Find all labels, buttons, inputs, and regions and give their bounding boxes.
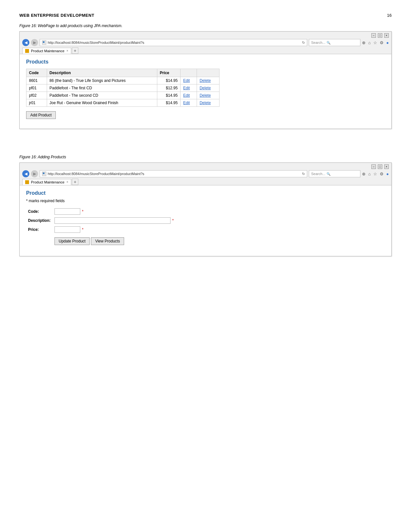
- tab-close-2[interactable]: ×: [66, 180, 68, 184]
- add-product-button[interactable]: Add Product: [26, 111, 56, 119]
- restore-button-1[interactable]: □: [378, 33, 382, 38]
- minimize-button-1[interactable]: –: [371, 33, 376, 38]
- form-btn-cell: Update Product View Products: [53, 234, 176, 246]
- user-icon-2[interactable]: ●: [386, 172, 389, 176]
- restore-button-2[interactable]: □: [378, 164, 382, 169]
- address-text-1: http://localhost:8084/musicStoreProductM…: [48, 41, 301, 44]
- search-icon-1[interactable]: 🔍: [327, 41, 330, 44]
- col-header-code: Code: [26, 69, 47, 77]
- page-number: 16: [387, 13, 392, 18]
- col-header-edit: [181, 69, 197, 77]
- page-icon-2: [42, 172, 46, 176]
- search-nav-icon-2[interactable]: ⊕: [362, 172, 366, 176]
- browser-tab-1[interactable]: Product Maintenance ×: [22, 48, 71, 54]
- product-description: Paddlefoot - The second CD: [47, 92, 157, 99]
- page-header: WEB ENTERPRISE DEVELOPMENT 16: [19, 13, 392, 18]
- product-delete-link[interactable]: Delete: [197, 92, 220, 99]
- product-code: jr01: [26, 99, 47, 107]
- tab-icon-2: [25, 180, 29, 184]
- search-nav-icon-1[interactable]: ⊕: [362, 40, 366, 45]
- figure1-caption: Figure 16: WebPage to add products using…: [19, 24, 392, 28]
- home-icon-2[interactable]: ⌂: [368, 172, 371, 176]
- update-product-button[interactable]: Update Product: [54, 237, 90, 245]
- browser-chrome-1: – □ × ◀ ▶ http://localhost:8084/musicSto…: [20, 32, 391, 54]
- table-row: pf01Paddlefoot - The first CD$12.95EditD…: [26, 84, 220, 92]
- refresh-button-2[interactable]: ↻: [302, 172, 305, 176]
- price-required-star: *: [82, 227, 83, 232]
- browser-tab-2[interactable]: Product Maintenance ×: [22, 179, 71, 185]
- browser-window-1: – □ × ◀ ▶ http://localhost:8084/musicSto…: [19, 31, 392, 129]
- col-header-description: Description: [47, 69, 157, 77]
- close-button-1[interactable]: ×: [384, 33, 389, 38]
- product-edit-link[interactable]: Edit: [181, 84, 197, 92]
- minimize-button-2[interactable]: –: [371, 164, 376, 169]
- browser-navbar-1: ◀ ▶ http://localhost:8084/musicStoreProd…: [22, 39, 389, 46]
- col-header-delete: [197, 69, 220, 77]
- product-delete-link[interactable]: Delete: [197, 77, 220, 84]
- star-icon-2[interactable]: ☆: [373, 172, 377, 176]
- forward-button-2[interactable]: ▶: [31, 170, 38, 177]
- browser-content-1: Products Code Description Price 860186 (…: [20, 54, 391, 129]
- star-icon-1[interactable]: ☆: [373, 40, 377, 45]
- table-row: pf02Paddlefoot - The second CD$14.95Edit…: [26, 92, 220, 99]
- price-input[interactable]: [54, 226, 80, 233]
- tab-icon-1: [25, 49, 29, 53]
- product-edit-link[interactable]: Edit: [181, 77, 197, 84]
- code-input[interactable]: [54, 208, 80, 215]
- address-bar-2[interactable]: http://localhost:8084/musicStoreProductM…: [40, 170, 307, 177]
- price-cell: *: [53, 225, 176, 234]
- page-icon-1: [42, 40, 46, 45]
- product-heading: Product: [26, 190, 385, 196]
- code-cell: *: [53, 207, 176, 216]
- user-icon-1[interactable]: ●: [386, 40, 389, 45]
- tab-close-1[interactable]: ×: [66, 49, 68, 53]
- search-bar-1[interactable]: Search... 🔍: [309, 39, 360, 46]
- table-row: 860186 (the band) - True Life Songs and …: [26, 77, 220, 84]
- tab-label-2: Product Maintenance: [31, 180, 64, 184]
- back-button-2[interactable]: ◀: [22, 170, 29, 177]
- search-bar-2[interactable]: Search... 🔍: [309, 170, 360, 177]
- address-text-2: http://localhost:8084/musicStoreProductM…: [48, 172, 301, 176]
- browser-chrome-2: – □ × ◀ ▶ http://localhost:8084/musicSto…: [20, 163, 391, 185]
- browser-content-2: Product * marks required fields Code: * …: [20, 185, 391, 256]
- new-tab-button-1[interactable]: +: [72, 47, 78, 54]
- code-label: Code:: [26, 207, 53, 216]
- address-bar-1[interactable]: http://localhost:8084/musicStoreProductM…: [40, 39, 307, 46]
- browser-navbar-2: ◀ ▶ http://localhost:8084/musicStoreProd…: [22, 170, 389, 177]
- col-header-price: Price: [157, 69, 181, 77]
- product-edit-link[interactable]: Edit: [181, 99, 197, 107]
- products-table: Code Description Price 860186 (the band)…: [26, 69, 220, 107]
- product-edit-link[interactable]: Edit: [181, 92, 197, 99]
- browser-titlebar-2: – □ ×: [22, 164, 389, 169]
- view-products-button[interactable]: View Products: [91, 237, 124, 245]
- product-delete-link[interactable]: Delete: [197, 84, 220, 92]
- required-note: * marks required fields: [26, 199, 385, 203]
- refresh-button-1[interactable]: ↻: [302, 41, 305, 45]
- gear-icon-2[interactable]: ⚙: [380, 172, 384, 176]
- price-label: Price:: [26, 225, 53, 234]
- product-price: $14.95: [157, 99, 181, 107]
- table-row: jr01Joe Rut - Genuine Wood Grained Finis…: [26, 99, 220, 107]
- code-required-star: *: [82, 209, 83, 214]
- product-description: 86 (the band) - True Life Songs and Pict…: [47, 77, 157, 84]
- home-icon-1[interactable]: ⌂: [368, 40, 371, 45]
- close-button-2[interactable]: ×: [384, 164, 389, 169]
- gear-icon-1[interactable]: ⚙: [380, 40, 384, 45]
- product-code: pf01: [26, 84, 47, 92]
- forward-button-1[interactable]: ▶: [31, 39, 38, 46]
- product-price: $12.95: [157, 84, 181, 92]
- product-code: pf02: [26, 92, 47, 99]
- back-button-1[interactable]: ◀: [22, 39, 29, 46]
- browser-tabbar-2: Product Maintenance × +: [22, 179, 389, 185]
- product-price: $14.95: [157, 92, 181, 99]
- nav-icons-2: ⊕ ⌂ ☆ ⚙ ●: [362, 172, 389, 176]
- svg-rect-1: [43, 41, 44, 43]
- nav-icons-1: ⊕ ⌂ ☆ ⚙ ●: [362, 40, 389, 45]
- product-delete-link[interactable]: Delete: [197, 99, 220, 107]
- search-placeholder-1: Search...: [311, 41, 325, 44]
- search-icon-2[interactable]: 🔍: [327, 172, 330, 176]
- new-tab-button-2[interactable]: +: [72, 179, 78, 185]
- product-description: Joe Rut - Genuine Wood Grained Finish: [47, 99, 157, 107]
- description-input[interactable]: [54, 217, 171, 224]
- product-price: $14.95: [157, 77, 181, 84]
